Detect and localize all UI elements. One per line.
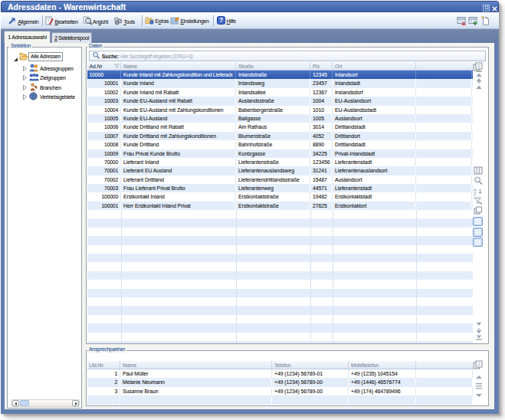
svg-text:?: ? — [219, 16, 223, 24]
